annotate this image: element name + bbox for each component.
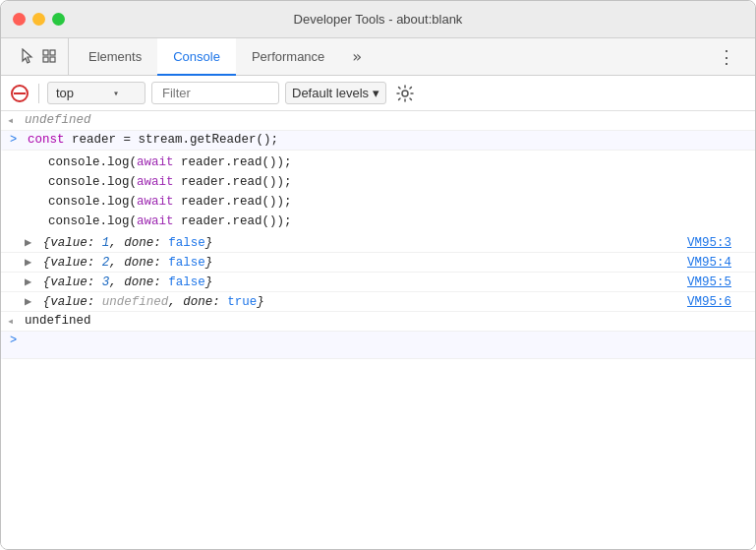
clear-console-button[interactable] <box>9 83 30 104</box>
output-arrow: ◂ <box>7 314 14 329</box>
toolbar-divider-1 <box>38 84 39 103</box>
log-level-arrow: ▾ <box>373 86 379 100</box>
maximize-button[interactable] <box>52 13 65 26</box>
output-prefix: ◂ <box>7 113 14 128</box>
context-dropdown-icon: ▾ <box>113 88 119 98</box>
list-item: console.log(await reader.read()); <box>48 192 747 212</box>
svg-rect-1 <box>50 50 55 55</box>
tab-console[interactable]: Console <box>157 38 236 76</box>
svg-rect-3 <box>50 57 55 62</box>
window-controls <box>13 13 65 26</box>
vm-link-1[interactable]: VM95:3 <box>687 236 747 250</box>
console-toolbar: top ▾ Default levels ▾ <box>1 76 755 111</box>
vm-link-4[interactable]: VM95:6 <box>687 295 747 309</box>
inspect-icon[interactable] <box>40 47 58 65</box>
console-line-obj-1: ▶ {value: 1, done: false} VM95:3 <box>1 233 755 253</box>
log-level-label: Default levels <box>292 86 369 100</box>
devtools-menu: ⋮ <box>710 37 747 75</box>
console-line-multiline: console.log(await reader.read()); consol… <box>1 151 755 233</box>
context-value: top <box>56 86 74 100</box>
console-line-undefined-out: ◂ undefined <box>1 312 755 332</box>
tab-performance[interactable]: Performance <box>236 38 340 76</box>
more-tabs-button[interactable]: » <box>344 37 370 75</box>
context-selector[interactable]: top ▾ <box>47 82 145 104</box>
titlebar: Developer Tools - about:blank <box>1 1 755 38</box>
expand-arrow-3[interactable]: ▶ <box>25 275 31 289</box>
console-line-prev-undefined: ◂ undefined <box>1 111 755 131</box>
console-line-input-reader: > const reader = stream.getReader(); <box>1 131 755 151</box>
vm-link-2[interactable]: VM95:4 <box>687 256 747 270</box>
expand-arrow-2[interactable]: ▶ <box>25 256 31 270</box>
tab-elements[interactable]: Elements <box>73 38 157 76</box>
devtools-icons <box>9 37 69 75</box>
close-button[interactable] <box>13 13 26 26</box>
empty-input-prefix: > <box>10 334 17 347</box>
console-line-obj-undef: ▶ {value: undefined, done: true} VM95:6 <box>1 292 755 312</box>
console-output: ◂ undefined > const reader = stream.getR… <box>1 111 755 550</box>
console-line-obj-3: ▶ {value: 3, done: false} VM95:5 <box>1 273 755 292</box>
svg-rect-0 <box>43 50 48 55</box>
devtools-menu-button[interactable]: ⋮ <box>710 42 743 71</box>
expand-arrow-4[interactable]: ▶ <box>25 295 31 309</box>
filter-input[interactable] <box>151 82 279 104</box>
svg-rect-2 <box>43 57 48 62</box>
expand-arrow-1[interactable]: ▶ <box>25 236 31 250</box>
list-item: console.log(await reader.read()); <box>48 172 747 192</box>
tab-bar: Elements Console Performance » ⋮ <box>1 38 755 76</box>
minimize-button[interactable] <box>32 13 45 26</box>
console-line-obj-2: ▶ {value: 2, done: false} VM95:4 <box>1 253 755 273</box>
console-settings-button[interactable] <box>394 83 416 104</box>
svg-point-6 <box>402 91 408 96</box>
vm-link-3[interactable]: VM95:5 <box>687 275 747 289</box>
window-title: Developer Tools - about:blank <box>294 12 463 27</box>
list-item: console.log(await reader.read()); <box>48 212 747 231</box>
list-item: console.log(await reader.read()); <box>48 153 747 172</box>
log-level-selector[interactable]: Default levels ▾ <box>285 82 386 104</box>
console-line-empty-input[interactable]: > <box>1 332 755 359</box>
input-prefix: > <box>10 133 17 147</box>
cursor-icon[interactable] <box>19 47 36 65</box>
